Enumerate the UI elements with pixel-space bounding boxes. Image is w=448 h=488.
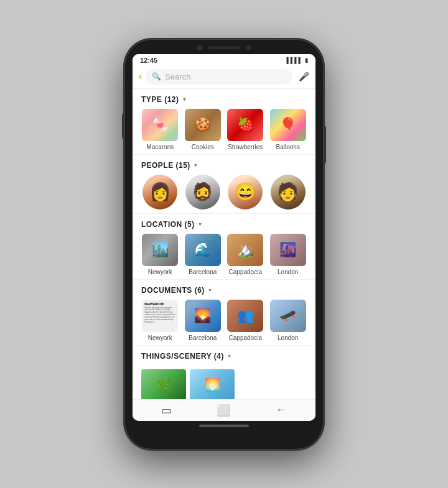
people-section: PEOPLE (15) ▾ (133, 155, 315, 214)
doc-london-thumbnail (270, 300, 306, 332)
documents-items-row: NEWSROOM We start planning each importan… (141, 300, 307, 341)
location-items-row: Newyork Barcelona Cappadocia London (141, 234, 307, 275)
balloons-thumbnail (270, 109, 306, 141)
doc-cappadocia-thumbnail (227, 300, 263, 332)
cappadocia-thumbnail (227, 234, 263, 266)
list-item[interactable] (184, 175, 222, 209)
barcelona-thumbnail (185, 234, 221, 266)
things-chevron-icon: ▾ (228, 352, 231, 359)
macarons-label: Macarons (146, 144, 174, 150)
status-icons: ▌▌▌▌ ▮ (286, 57, 308, 63)
back-button[interactable]: ‹ (139, 71, 142, 82)
doc-barcelona-label: Barcelona (189, 334, 217, 341)
content-area[interactable]: TYPE (12) ▾ Macarons Cookies Strawberrie… (133, 89, 315, 399)
sensor (246, 45, 251, 50)
phone-screen: 12:45 ▌▌▌▌ ▮ ‹ 🔍 Search 🎤 TYPE (12) ▾ (133, 54, 315, 421)
balloons-label: Balloons (276, 144, 300, 150)
people-chevron-icon: ▾ (194, 162, 197, 168)
search-input-wrap[interactable]: 🔍 Search (146, 69, 292, 85)
person-woman2-avatar (228, 175, 263, 209)
things-thumb-2[interactable] (190, 369, 235, 399)
documents-section-title: DOCUMENTS (6) (141, 286, 205, 295)
list-item[interactable]: Barcelona (184, 300, 222, 341)
status-bar: 12:45 ▌▌▌▌ ▮ (133, 54, 315, 65)
doc-london-label: London (278, 334, 298, 341)
london-thumbnail (270, 234, 306, 266)
list-item[interactable]: Macarons (141, 109, 179, 150)
person-man1-avatar (185, 175, 220, 209)
newyork-label: Newyork (148, 269, 172, 275)
type-section-header[interactable]: TYPE (12) ▾ (141, 95, 307, 104)
recents-nav-button[interactable]: ▭ (161, 403, 172, 417)
list-item[interactable]: Newyork (141, 234, 179, 275)
documents-chevron-icon: ▾ (208, 287, 212, 293)
doc-newyork-label: Newyork (148, 334, 172, 341)
type-chevron-icon: ▾ (183, 96, 186, 103)
cookies-thumbnail (185, 109, 221, 141)
list-item[interactable]: London (269, 234, 307, 275)
home-nav-button[interactable]: ⬜ (217, 403, 230, 417)
phone-top-bar (124, 39, 324, 54)
people-section-title: PEOPLE (15) (141, 161, 190, 170)
search-input[interactable]: Search (165, 72, 190, 81)
documents-section: DOCUMENTS (6) ▾ NEWSROOM We start planni… (133, 280, 315, 346)
person-woman1-avatar (142, 175, 177, 209)
location-chevron-icon: ▾ (198, 221, 202, 228)
list-item[interactable]: Balloons (269, 109, 307, 150)
barcelona-label: Barcelona (189, 269, 217, 275)
things-section-header[interactable]: THINGS/SCENERY (4) ▾ (141, 352, 307, 361)
things-items-row (141, 366, 307, 399)
phone-bottom-bar (124, 421, 324, 433)
type-section-title: TYPE (12) (141, 95, 179, 104)
type-items-row: Macarons Cookies Strawberries Balloons (141, 109, 307, 150)
earpiece-speaker (208, 46, 240, 49)
location-section: LOCATION (5) ▾ Newyork Barcelona Cappado… (133, 214, 315, 280)
people-section-header[interactable]: PEOPLE (15) ▾ (141, 161, 307, 170)
things-thumb-1[interactable] (141, 369, 186, 399)
people-items-row (141, 175, 307, 209)
location-section-header[interactable]: LOCATION (5) ▾ (141, 220, 307, 229)
home-indicator (199, 425, 249, 427)
list-item[interactable] (269, 175, 307, 209)
macarons-thumbnail (142, 109, 178, 141)
things-section: THINGS/SCENERY (4) ▾ (133, 346, 315, 399)
list-item[interactable] (141, 175, 179, 209)
list-item[interactable]: Cappadocia (226, 234, 264, 275)
type-section: TYPE (12) ▾ Macarons Cookies Strawberrie… (133, 89, 315, 155)
doc-cappadocia-label: Cappadocia (229, 334, 262, 341)
list-item[interactable]: Strawberries (226, 109, 264, 150)
doc-barcelona-thumbnail (185, 300, 221, 332)
list-item[interactable]: NEWSROOM We start planning each importan… (141, 300, 179, 341)
things-section-title: THINGS/SCENERY (4) (141, 352, 224, 361)
documents-section-header[interactable]: DOCUMENTS (6) ▾ (141, 286, 307, 295)
bottom-navigation: ▭ ⬜ ← (133, 399, 315, 421)
phone-device: 12:45 ▌▌▌▌ ▮ ‹ 🔍 Search 🎤 TYPE (12) ▾ (124, 39, 324, 449)
signal-icon: ▌▌▌▌ (286, 57, 302, 63)
list-item[interactable]: Barcelona (184, 234, 222, 275)
strawberries-label: Strawberries (228, 144, 263, 150)
mic-button[interactable]: 🎤 (299, 71, 309, 81)
newyork-thumbnail (142, 234, 178, 266)
battery-icon: ▮ (305, 57, 308, 63)
london-label: London (278, 269, 298, 275)
cookies-label: Cookies (192, 144, 214, 150)
person-man2-avatar (271, 175, 306, 209)
search-bar[interactable]: ‹ 🔍 Search 🎤 (133, 65, 315, 89)
back-nav-button[interactable]: ← (276, 403, 287, 417)
strawberries-thumbnail (227, 109, 263, 141)
list-item[interactable]: Cappadocia (226, 300, 264, 341)
list-item[interactable]: London (269, 300, 307, 341)
list-item[interactable]: Cookies (184, 109, 222, 150)
search-icon: 🔍 (152, 72, 161, 81)
front-camera (197, 45, 202, 50)
location-section-title: LOCATION (5) (141, 220, 195, 229)
list-item[interactable] (226, 175, 264, 209)
cappadocia-label: Cappadocia (229, 269, 262, 275)
status-time: 12:45 (140, 57, 157, 64)
doc-news-thumbnail: NEWSROOM We start planning each importan… (142, 300, 178, 332)
